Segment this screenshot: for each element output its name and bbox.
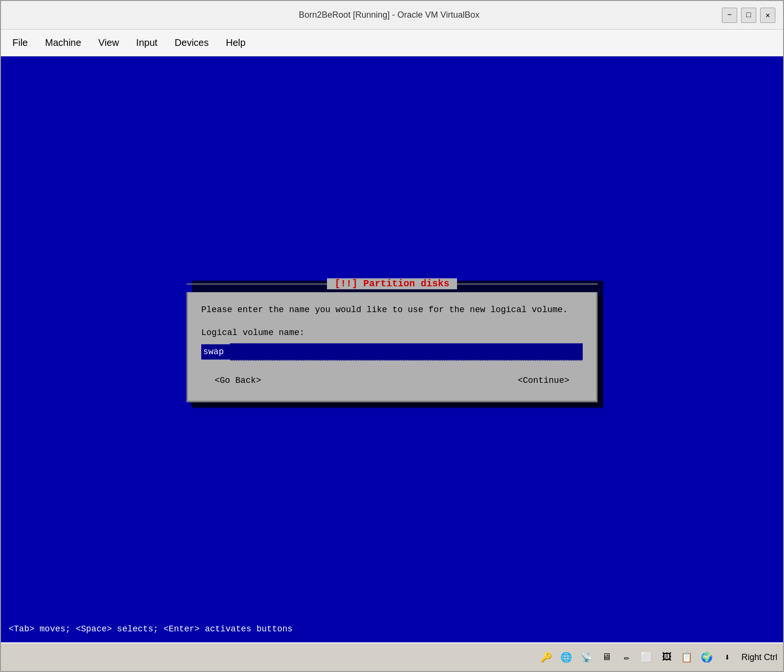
dialog-body: Please enter the name you would like to … xyxy=(188,292,596,401)
taskbar-icon-clipboard[interactable]: 📋 xyxy=(678,649,696,666)
window-controls: − □ ✕ xyxy=(722,8,775,23)
maximize-button[interactable]: □ xyxy=(741,8,756,23)
taskbar-icon-screen[interactable]: 🖥 xyxy=(598,649,615,666)
dialog-description: Please enter the name you would like to … xyxy=(201,303,583,316)
dialog-input-row[interactable]: swap xyxy=(201,343,583,360)
dialog-container: [!!] Partition disks Please enter the na… xyxy=(186,275,598,402)
menu-devices[interactable]: Devices xyxy=(167,33,216,52)
menu-input[interactable]: Input xyxy=(129,33,165,52)
dialog-input-field[interactable] xyxy=(230,343,583,360)
dialog-box: Please enter the name you would like to … xyxy=(186,292,598,402)
taskbar-icon-image[interactable]: 🖼 xyxy=(658,649,675,666)
menu-help[interactable]: Help xyxy=(218,33,253,52)
dialog-wrapper: [!!] Partition disks Please enter the na… xyxy=(186,275,598,402)
minimize-button[interactable]: − xyxy=(722,8,737,23)
virtualbox-window: Born2BeRoot [Running] - Oracle VM Virtua… xyxy=(0,0,784,672)
vm-screen[interactable]: [!!] Partition disks Please enter the na… xyxy=(1,56,783,616)
continue-button[interactable]: <Continue> xyxy=(514,374,573,387)
taskbar-icon-box[interactable]: ⬜ xyxy=(638,649,655,666)
close-button[interactable]: ✕ xyxy=(760,8,775,23)
go-back-button[interactable]: <Go Back> xyxy=(211,374,265,387)
taskbar-icon-edit[interactable]: ✏ xyxy=(618,649,635,666)
taskbar-icon-globe[interactable]: 🌐 xyxy=(558,649,575,666)
taskbar-icon-network[interactable]: 📡 xyxy=(578,649,595,666)
dialog-input-value[interactable]: swap xyxy=(201,344,230,359)
menu-view[interactable]: View xyxy=(91,33,127,52)
window-title: Born2BeRoot [Running] - Oracle VM Virtua… xyxy=(56,10,722,20)
taskbar: 🔑 🌐 📡 🖥 ✏ ⬜ 🖼 📋 🌍 ⬇ Right Ctrl xyxy=(1,642,783,671)
dialog-title: [!!] Partition disks xyxy=(327,278,457,289)
dialog-title-bar: [!!] Partition disks xyxy=(186,275,598,292)
status-text: <Tab> moves; <Space> selects; <Enter> ac… xyxy=(9,624,293,634)
menu-file[interactable]: File xyxy=(5,33,35,52)
menu-machine[interactable]: Machine xyxy=(37,33,89,52)
dialog-field-label: Logical volume name: xyxy=(201,328,583,337)
taskbar-icon-download[interactable]: ⬇ xyxy=(719,649,736,666)
taskbar-icon-key[interactable]: 🔑 xyxy=(538,649,555,666)
dialog-buttons: <Go Back> <Continue> xyxy=(201,374,583,387)
menu-bar: File Machine View Input Devices Help xyxy=(1,30,783,56)
vm-statusbar: <Tab> moves; <Space> selects; <Enter> ac… xyxy=(1,616,783,642)
taskbar-icon-world[interactable]: 🌍 xyxy=(698,649,716,666)
title-bar: Born2BeRoot [Running] - Oracle VM Virtua… xyxy=(1,1,783,30)
right-ctrl-label: Right Ctrl xyxy=(741,652,777,662)
